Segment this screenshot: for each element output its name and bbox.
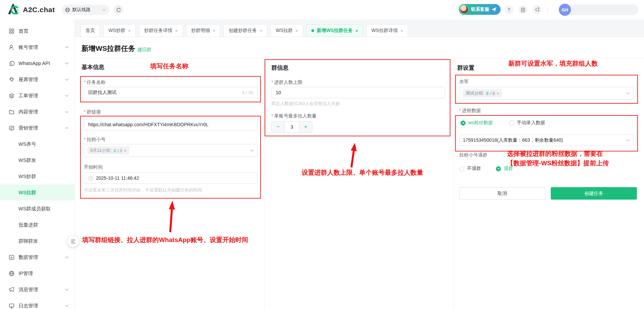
sidebar-item-ticket-mgmt[interactable]: 工单管理 xyxy=(0,88,75,104)
user-icon xyxy=(9,44,15,50)
task-name-input[interactable]: 旧群拉人测试 6 / 30 xyxy=(84,87,258,98)
fans-data-select[interactable]: 1759153450018(入库数量：663，剩余数量640) xyxy=(459,135,634,146)
stepper-value[interactable]: 3 xyxy=(284,122,299,132)
title-divider xyxy=(75,58,644,58)
tab-ws-group-pull[interactable]: WS拉群× xyxy=(271,24,303,37)
sidebar-nav: 首页 账号管理 WhatsApp API 座席管理 工单管理 内容管理 xyxy=(0,20,75,309)
tab-label: 创建炒群任务 xyxy=(229,28,257,34)
section-basic-info: 基本信息 xyxy=(81,63,104,71)
radio-quit-group-selected[interactable] xyxy=(496,166,501,171)
chevron-down-icon xyxy=(626,139,630,142)
quit-group-radio-group: 不退群 退群 xyxy=(459,166,513,172)
sidebar-item-agent-mgmt[interactable]: 座席管理 xyxy=(0,71,75,88)
puller-account-select[interactable]: 8月11小欣: 3 / 3 × xyxy=(84,144,258,157)
tab-ws-pull-detail[interactable]: WS拉群详情× xyxy=(366,24,408,37)
char-counter: 6 / 30 xyxy=(242,90,253,95)
sidebar-item-data-mgmt[interactable]: 数据管理 xyxy=(0,249,75,265)
radio-label[interactable]: 手动录入数据 xyxy=(517,120,545,126)
docs-button[interactable] xyxy=(518,5,528,14)
create-task-button[interactable]: 创建任务 xyxy=(551,187,637,200)
build-old-group-link[interactable]: 建旧群 xyxy=(137,47,151,53)
radio-label[interactable]: 不退群 xyxy=(467,166,481,172)
app-root: A2C.chat 默认线路 联系客服 ? xyxy=(0,0,644,309)
close-icon[interactable]: × xyxy=(213,28,215,33)
stepper-minus-button[interactable]: − xyxy=(272,122,284,132)
header-divider xyxy=(547,6,548,13)
tab-chat-task-detail[interactable]: 炒群任务详情× xyxy=(139,24,183,37)
member-limit-input[interactable]: 10 xyxy=(271,87,445,98)
stepper-plus-button[interactable]: + xyxy=(299,122,312,132)
group-link-input[interactable]: https://chat.whatsapp.com/HDFXTYi4mKBDOP… xyxy=(84,119,258,130)
close-icon[interactable]: × xyxy=(355,28,358,33)
tab-label: 炒群任务详情 xyxy=(144,28,172,34)
sidebar-item-ws-nurture[interactable]: WS养号 xyxy=(0,136,75,152)
radio-label[interactable]: 退群 xyxy=(504,166,513,172)
chevron-down-icon xyxy=(250,149,254,152)
bar-chart-icon xyxy=(9,254,15,260)
contact-support-label: 联系客服 xyxy=(471,6,489,12)
fans-data-selected-value: 1759153450018(入库数量：663，剩余数量640) xyxy=(463,137,563,143)
annotation-task-name: 填写任务名称 xyxy=(150,62,189,71)
tab-home[interactable]: 首页 xyxy=(80,24,100,37)
close-icon[interactable]: × xyxy=(401,28,403,33)
close-icon[interactable]: × xyxy=(175,28,178,33)
announcement-button[interactable] xyxy=(533,5,542,14)
tab-create-chat-task[interactable]: 创建炒群任务× xyxy=(224,24,267,37)
tag-close-icon[interactable]: × xyxy=(124,148,127,153)
sidebar-item-ws-member-fetch[interactable]: WS群成员获取 xyxy=(0,201,75,217)
shill-select[interactable]: 测试分组: 8 / 8 × xyxy=(459,87,634,100)
help-button[interactable]: ? xyxy=(504,5,513,14)
task-name-value: 旧群拉人测试 xyxy=(88,90,116,96)
refresh-button[interactable] xyxy=(113,5,124,15)
sidebar-item-label: 座席管理 xyxy=(19,76,38,83)
sidebar-item-ip-mgmt[interactable]: IP管理 xyxy=(0,265,75,281)
sidebar-item-ws-group-pull[interactable]: WS拉群 xyxy=(0,184,75,201)
sidebar-item-account-mgmt[interactable]: 账号管理 xyxy=(0,39,75,55)
sidebar-item-content-mgmt[interactable]: 内容管理 xyxy=(0,104,75,120)
sidebar-item-marketing-mgmt[interactable]: 营销管理 xyxy=(0,120,75,136)
start-time-hint: 可设置未来三天任意时间开始，不设置默认为创建任务的时间 xyxy=(84,187,202,193)
sidebar-collapse-button[interactable] xyxy=(67,236,79,247)
radio-ws-fans-selected[interactable] xyxy=(461,121,466,126)
chevron-down-icon xyxy=(65,62,69,65)
tab-new-ws-pull-task[interactable]: 新增WS拉群任务× xyxy=(306,24,363,37)
member-limit-label: *进群人数上限 xyxy=(271,79,302,85)
tag-text: 测试分组: xyxy=(466,90,484,96)
sidebar-item-whatsapp-api[interactable]: WhatsApp API xyxy=(0,55,75,71)
radio-manual-entry[interactable] xyxy=(509,121,514,126)
user-account-button[interactable] xyxy=(564,4,638,15)
annotation-link-account-time: 填写群组链接、拉人进群的WhatsApp账号、设置开始时间 xyxy=(82,236,248,244)
chevron-down-icon xyxy=(65,111,69,113)
close-icon[interactable]: × xyxy=(260,28,262,33)
globe-icon xyxy=(9,270,15,276)
tag-close-icon[interactable]: × xyxy=(497,91,499,96)
radio-label[interactable]: ws粉丝数据 xyxy=(468,120,493,126)
contact-support-button[interactable]: 联系客服 xyxy=(459,4,501,15)
tab-ws-group-chat[interactable]: WS炒群× xyxy=(103,24,136,37)
monitor-icon xyxy=(9,303,15,309)
megaphone-icon xyxy=(9,286,15,293)
tab-chat-detail[interactable]: 炒群明细× xyxy=(186,24,221,37)
chevron-down-icon xyxy=(65,95,69,97)
cancel-button[interactable]: 取消 xyxy=(459,187,545,200)
required-asterisk: * xyxy=(459,108,461,113)
sidebar-item-label: 营销管理 xyxy=(19,125,38,131)
close-icon[interactable]: × xyxy=(128,28,131,33)
fans-data-label: *进粉数据 xyxy=(459,108,481,114)
line-selector-dropdown[interactable]: 默认线路 xyxy=(62,5,109,15)
sidebar-item-ws-group-chat[interactable]: WS炒群 xyxy=(0,168,75,184)
annotation-shill: 新群可设置水军，填充群组人数 xyxy=(508,59,598,68)
radio-stay-in-group[interactable] xyxy=(459,166,464,171)
puller-account-tag: 8月11小欣: 3 / 3 × xyxy=(88,146,129,154)
sidebar-item-label: WS群发 xyxy=(19,157,36,164)
start-time-input[interactable]: 2025-10-11 11:46:42 xyxy=(84,172,258,184)
sidebar-item-message-mgmt[interactable]: 消息管理 xyxy=(0,281,75,298)
sidebar-item-home[interactable]: 首页 xyxy=(0,23,75,39)
sidebar-item-log-mgmt[interactable]: 日志管理 xyxy=(0,298,75,309)
required-asterisk: * xyxy=(271,113,273,118)
sidebar-item-ws-bulk-send[interactable]: WS群发 xyxy=(0,152,75,168)
sidebar-item-groupchat-send[interactable]: 群聊群发 xyxy=(0,233,75,249)
avatar[interactable]: GH xyxy=(559,4,571,16)
close-icon[interactable]: × xyxy=(296,28,298,33)
sidebar-item-batch-join[interactable]: 批量进群 xyxy=(0,217,75,233)
